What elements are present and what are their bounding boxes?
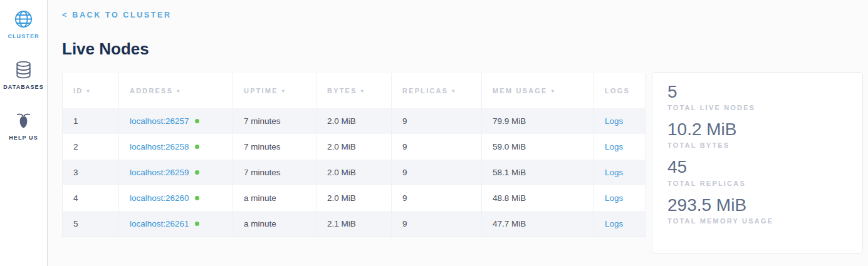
stat-label: TOTAL LIVE NODES [667,104,847,111]
sidebar-item-cluster[interactable]: CLUSTER [0,9,47,39]
cell-uptime: 7 minutes [233,160,316,185]
stat-value: 45 [667,157,847,177]
sidebar-item-label: CLUSTER [8,33,39,39]
back-link-label: BACK TO CLUSTER [72,11,171,19]
sidebar-item-databases[interactable]: DATABASES [0,60,47,90]
live-status-dot-icon [195,145,199,149]
cell-mem-usage: 48.8 MiB [482,185,594,211]
cell-node-id: 3 [63,160,119,185]
column-header-address[interactable]: ADDRESS▾ [119,73,233,108]
cell-uptime: 7 minutes [233,108,316,134]
sort-arrow-icon: ▾ [452,88,456,94]
stat-value: 293.5 MiB [667,195,847,215]
node-address-link[interactable]: localhost:26258 [130,142,189,151]
column-header-logs: LOGS [594,73,646,108]
column-header-uptime[interactable]: UPTIME▾ [233,73,316,108]
sort-arrow-icon: ▾ [86,88,90,94]
cell-replicas: 9 [392,134,482,160]
cell-logs: Logs [594,185,646,211]
live-status-dot-icon [195,170,199,175]
stat-total-replicas: 45 TOTAL REPLICAS [667,157,847,187]
sort-arrow-icon: ▾ [552,88,555,94]
sort-arrow-icon: ▾ [361,88,365,94]
logs-link[interactable]: Logs [605,116,623,126]
table-row: 5 localhost:26261 a minute 2.1 MiB 9 47.… [63,211,646,237]
cell-bytes: 2.1 MiB [316,211,392,237]
cell-mem-usage: 59.0 MiB [482,134,594,160]
cell-mem-usage: 47.7 MiB [482,211,594,237]
cell-logs: Logs [594,211,646,237]
logs-link[interactable]: Logs [605,219,623,228]
live-status-dot-icon [195,119,199,123]
cell-logs: Logs [594,108,646,134]
cell-logs: Logs [594,160,646,185]
table-row: 4 localhost:26260 a minute 2.0 MiB 9 48.… [63,185,646,211]
cell-replicas: 9 [392,108,482,134]
node-address-link[interactable]: localhost:26261 [130,219,189,228]
page-title: Live Nodes [62,39,863,59]
stat-total-memory-usage: 293.5 MiB TOTAL MEMORY USAGE [667,195,847,225]
cell-node-id: 1 [63,108,119,134]
sort-arrow-icon: ▾ [177,88,180,94]
main-content: <BACK TO CLUSTER Live Nodes ID▾ ADDRESS▾ [48,0,868,266]
stat-total-live-nodes: 5 TOTAL LIVE NODES [667,82,847,111]
column-header-id[interactable]: ID▾ [63,73,119,108]
table-header-row: ID▾ ADDRESS▾ UPTIME▾ BYTES▾ REPLICAS▾ [63,73,646,108]
globe-icon [14,9,33,29]
live-status-dot-icon [195,222,199,226]
cell-address: localhost:26259 [119,160,233,185]
cell-mem-usage: 58.1 MiB [482,160,594,185]
cell-replicas: 9 [392,211,482,237]
content-row: ID▾ ADDRESS▾ UPTIME▾ BYTES▾ REPLICAS▾ [62,73,863,253]
cell-mem-usage: 79.9 MiB [482,108,594,134]
stat-total-bytes: 10.2 MiB TOTAL BYTES [667,120,847,149]
sort-arrow-icon: ▾ [282,88,286,94]
bug-icon [14,111,33,130]
column-header-replicas[interactable]: REPLICAS▾ [392,73,482,108]
cell-address: localhost:26257 [119,108,233,134]
cell-logs: Logs [594,134,646,160]
stat-value: 10.2 MiB [667,120,847,140]
stat-label: TOTAL BYTES [667,141,847,149]
node-address-link[interactable]: localhost:26259 [130,168,189,177]
cell-bytes: 2.0 MiB [316,134,392,160]
sidebar-item-label: DATABASES [3,84,44,90]
table-row: 1 localhost:26257 7 minutes 2.0 MiB 9 79… [63,108,646,134]
cell-address: localhost:26258 [119,134,233,160]
stat-value: 5 [667,82,847,102]
table-row: 3 localhost:26259 7 minutes 2.0 MiB 9 58… [63,160,646,185]
back-chevron-icon: < [62,11,66,19]
live-nodes-table: ID▾ ADDRESS▾ UPTIME▾ BYTES▾ REPLICAS▾ [62,73,646,237]
column-header-bytes[interactable]: BYTES▾ [316,73,392,108]
node-address-link[interactable]: localhost:26257 [130,116,189,126]
cell-uptime: a minute [233,185,316,211]
cell-uptime: 7 minutes [233,134,316,160]
back-to-cluster-link[interactable]: <BACK TO CLUSTER [62,11,172,19]
cell-replicas: 9 [392,160,482,185]
cluster-summary-card: 5 TOTAL LIVE NODES 10.2 MiB TOTAL BYTES … [652,72,863,253]
column-header-mem-usage[interactable]: MEM USAGE▾ [482,73,594,108]
cell-address: localhost:26261 [119,211,233,237]
cell-node-id: 5 [63,211,119,237]
stat-label: TOTAL MEMORY USAGE [667,217,847,225]
sidebar: CLUSTER DATABASES HELP US [0,0,48,266]
cell-uptime: a minute [233,211,316,237]
cell-address: localhost:26260 [119,185,233,211]
logs-link[interactable]: Logs [605,168,623,177]
stat-label: TOTAL REPLICAS [667,180,847,187]
sidebar-item-label: HELP US [9,135,38,141]
cell-node-id: 2 [63,134,119,160]
cell-bytes: 2.0 MiB [316,108,392,134]
live-status-dot-icon [195,196,199,200]
node-address-link[interactable]: localhost:26260 [130,193,189,203]
database-icon [14,60,33,79]
table-row: 2 localhost:26258 7 minutes 2.0 MiB 9 59… [63,134,646,160]
logs-link[interactable]: Logs [605,193,623,203]
logs-link[interactable]: Logs [605,142,623,151]
sidebar-item-help-us[interactable]: HELP US [0,111,47,141]
cell-node-id: 4 [63,185,119,211]
cell-replicas: 9 [392,185,482,211]
cell-bytes: 2.0 MiB [316,160,392,185]
cell-bytes: 2.0 MiB [316,185,392,211]
